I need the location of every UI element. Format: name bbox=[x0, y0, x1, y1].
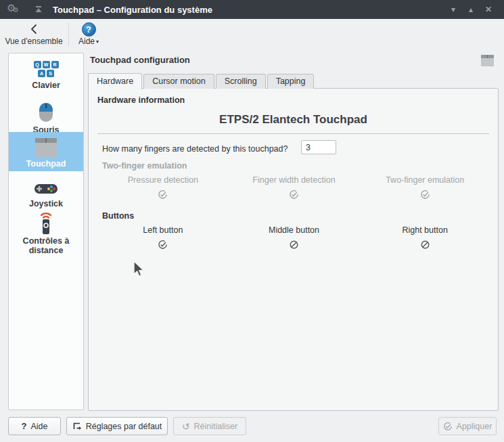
check-circle-icon bbox=[97, 190, 229, 200]
divider bbox=[97, 133, 489, 134]
capability-left-button: Left button bbox=[97, 225, 229, 250]
defaults-button[interactable]: Réglages par défaut bbox=[66, 417, 168, 435]
sidebar-item-touchpad[interactable]: Touchpad bbox=[9, 132, 83, 171]
check-circle-icon bbox=[97, 240, 229, 250]
check-circle-icon bbox=[229, 190, 360, 200]
help-question-icon: ? bbox=[82, 22, 96, 37]
mouse-cursor bbox=[132, 261, 147, 282]
close-button[interactable]: ✕ bbox=[480, 5, 497, 14]
fingers-row: How many fingers are detected by this to… bbox=[102, 141, 288, 156]
chevron-down-icon: ▾ bbox=[96, 39, 99, 45]
restore-defaults-icon bbox=[72, 422, 82, 431]
fingers-count-input[interactable] bbox=[301, 140, 336, 154]
help-question-icon: ? bbox=[22, 421, 27, 431]
capability-label: Pressure detection bbox=[97, 175, 229, 185]
sidebar-item-label: Contrôles à distance bbox=[9, 236, 83, 255]
no-entry-icon bbox=[229, 240, 360, 250]
reset-label: Réinitialiser bbox=[194, 422, 238, 431]
undo-icon: ↺ bbox=[182, 422, 190, 431]
overview-label: Vue d'ensemble bbox=[5, 37, 62, 46]
toolbar-separator bbox=[68, 23, 69, 46]
touchpad-icon bbox=[9, 136, 83, 159]
category-sidebar: QWR AS Clavier Souris Touchpad bbox=[8, 53, 84, 410]
window-title: Touchpad – Configuration du système bbox=[53, 5, 444, 15]
reset-button[interactable]: ↺ Réinitialiser bbox=[173, 417, 246, 435]
buttons-columns: Left button Middle button Right button bbox=[97, 225, 490, 250]
check-circle-icon bbox=[359, 190, 490, 200]
capability-label: Right button bbox=[359, 225, 490, 235]
back-chevron-icon bbox=[29, 22, 39, 37]
tab-hardware[interactable]: Hardware bbox=[88, 73, 142, 89]
sidebar-item-label: Joystick bbox=[9, 199, 83, 208]
help-footer-button[interactable]: ? Aide bbox=[8, 417, 61, 435]
capability-middle-button: Middle button bbox=[229, 225, 360, 250]
touchpad-module-icon bbox=[480, 54, 495, 69]
keyboard-icon: QWR AS bbox=[9, 59, 83, 81]
buttons-section-title: Buttons bbox=[102, 211, 134, 221]
fingers-question-label: How many fingers are detected by this to… bbox=[102, 144, 288, 154]
defaults-label: Réglages par défaut bbox=[86, 422, 162, 431]
two-finger-columns: Pressure detection Finger width detectio… bbox=[97, 175, 490, 200]
help-button[interactable]: ? Aide ▾ bbox=[73, 22, 104, 46]
mouse-icon bbox=[9, 100, 83, 125]
titlebar: ⚙ ⚙ Touchpad – Configuration du système … bbox=[0, 0, 504, 19]
help-label: Aide bbox=[78, 37, 95, 46]
gamepad-icon bbox=[9, 179, 83, 199]
overview-button[interactable]: Vue d'ensemble bbox=[4, 22, 64, 46]
tab-bar: Hardware Cursor motion Scrolling Tapping bbox=[88, 73, 315, 89]
capability-two-finger-emulation: Two-finger emulation bbox=[359, 175, 490, 200]
apply-label: Appliquer bbox=[457, 422, 492, 431]
maximize-button[interactable]: ▴ bbox=[462, 5, 480, 14]
capability-label: Two-finger emulation bbox=[359, 175, 490, 185]
help-footer-label: Aide bbox=[30, 422, 47, 431]
sidebar-item-keyboard[interactable]: QWR AS Clavier bbox=[9, 59, 83, 94]
keep-above-icon[interactable] bbox=[34, 5, 43, 14]
toolbar: Vue d'ensemble ? Aide ▾ bbox=[0, 19, 504, 50]
check-circle-icon bbox=[443, 422, 453, 431]
capability-right-button: Right button bbox=[359, 225, 490, 250]
device-name: ETPS/2 Elantech Touchpad bbox=[89, 113, 498, 127]
capability-label: Finger width detection bbox=[229, 175, 360, 185]
apply-button[interactable]: Appliquer bbox=[438, 417, 497, 435]
tab-cursor-motion[interactable]: Cursor motion bbox=[143, 74, 214, 89]
no-entry-icon bbox=[359, 240, 490, 250]
sidebar-item-mouse[interactable]: Souris bbox=[9, 100, 83, 136]
sidebar-item-label: Clavier bbox=[9, 81, 83, 90]
capability-pressure-detection: Pressure detection bbox=[97, 175, 229, 200]
sidebar-item-remote-controls[interactable]: Contrôles à distance bbox=[9, 208, 83, 259]
hardware-tab-panel: Hardware information ETPS/2 Elantech Tou… bbox=[88, 88, 499, 411]
group-title: Hardware information bbox=[97, 95, 185, 105]
capability-label: Middle button bbox=[229, 225, 360, 235]
tab-tapping[interactable]: Tapping bbox=[267, 74, 315, 89]
system-settings-gears-icon: ⚙ ⚙ bbox=[7, 3, 24, 16]
remote-control-icon bbox=[9, 208, 83, 236]
two-finger-section-title: Two-finger emulation bbox=[102, 161, 187, 171]
capability-label: Left button bbox=[97, 225, 229, 235]
minimize-button[interactable]: ▾ bbox=[444, 5, 462, 14]
capability-finger-width-detection: Finger width detection bbox=[229, 175, 360, 200]
page-title: Touchpad configuration bbox=[90, 55, 190, 65]
sidebar-item-label: Touchpad bbox=[9, 159, 83, 169]
tab-scrolling[interactable]: Scrolling bbox=[216, 74, 266, 89]
